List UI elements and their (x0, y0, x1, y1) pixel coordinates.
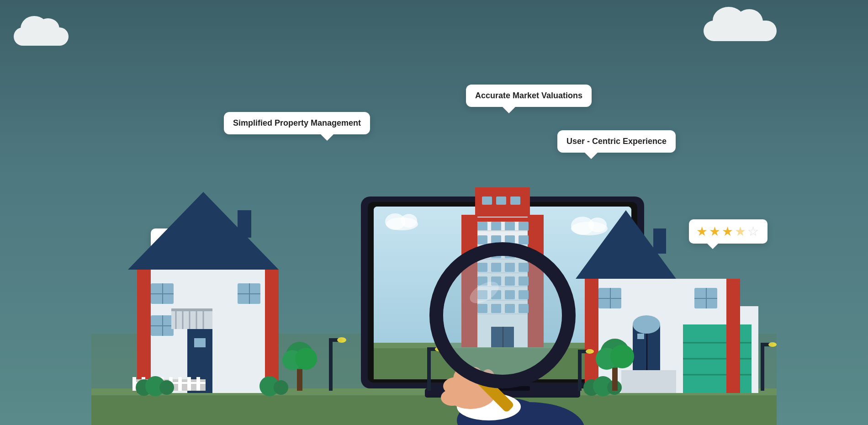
svg-rect-20 (171, 308, 212, 311)
svg-rect-110 (726, 279, 740, 393)
svg-rect-117 (598, 298, 621, 299)
svg-rect-18 (238, 293, 260, 294)
svg-rect-131 (578, 350, 582, 391)
svg-point-40 (274, 380, 288, 395)
svg-point-38 (159, 380, 174, 395)
svg-point-156 (443, 256, 562, 375)
svg-rect-137 (297, 366, 302, 391)
svg-point-52 (588, 218, 607, 232)
svg-rect-103 (653, 228, 666, 254)
svg-rect-62 (491, 222, 501, 231)
svg-rect-65 (477, 235, 487, 244)
svg-rect-125 (329, 338, 333, 391)
svg-point-144 (610, 345, 634, 368)
svg-point-140 (295, 348, 317, 370)
svg-rect-128 (427, 347, 431, 391)
main-scene (91, 59, 777, 425)
svg-rect-111 (621, 370, 676, 393)
svg-rect-68 (519, 235, 529, 244)
svg-rect-7 (265, 270, 279, 393)
svg-rect-9 (194, 338, 206, 347)
svg-point-133 (586, 349, 594, 354)
svg-rect-19 (171, 308, 212, 329)
svg-rect-5 (238, 210, 251, 238)
svg-rect-15 (151, 325, 174, 326)
svg-rect-121 (694, 298, 717, 299)
svg-rect-58 (482, 197, 492, 205)
svg-rect-63 (505, 222, 515, 231)
svg-point-127 (337, 337, 346, 343)
svg-rect-64 (519, 222, 529, 231)
svg-point-49 (401, 214, 417, 228)
svg-rect-12 (151, 293, 174, 294)
svg-rect-109 (585, 279, 598, 393)
svg-rect-6 (137, 270, 151, 393)
svg-rect-61 (477, 222, 487, 231)
svg-rect-134 (761, 343, 764, 391)
svg-rect-114 (637, 334, 644, 339)
cloud-top-left (14, 27, 69, 46)
svg-rect-59 (496, 197, 506, 205)
svg-rect-60 (510, 197, 520, 205)
svg-point-136 (768, 342, 777, 347)
svg-point-150 (441, 389, 464, 406)
svg-marker-4 (128, 192, 279, 270)
svg-point-118 (633, 315, 660, 334)
cloud-top-right (704, 21, 777, 41)
